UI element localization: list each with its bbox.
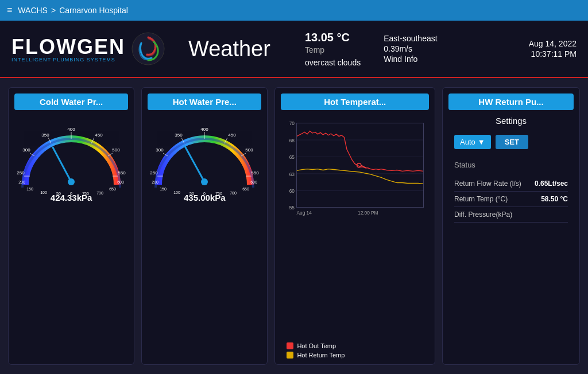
svg-text:300: 300 [156, 147, 164, 153]
svg-text:150: 150 [26, 187, 33, 191]
temp-label: Temp [305, 45, 361, 54]
legend-label-hot-return: Hot Return Temp [297, 352, 345, 359]
breadcrumb-root: WACHS [18, 6, 48, 15]
cold-water-title: Cold Water Pr... [14, 94, 128, 110]
header: FLOWGEN INTELLIGENT PLUMBING SYSTEMS Wea… [0, 21, 588, 78]
set-button[interactable]: SET [496, 135, 528, 149]
svg-text:Aug 14: Aug 14 [297, 211, 312, 216]
weather-title: Weather [165, 37, 293, 61]
hot-water-gauge: 400 350 300 250 200 150 100 50 0 450 500… [147, 122, 262, 190]
svg-text:70: 70 [289, 121, 295, 126]
legend-dot-red [287, 342, 293, 349]
svg-text:200: 200 [18, 180, 25, 184]
wind-speed: 0.39m/s [384, 44, 437, 53]
svg-text:150: 150 [160, 187, 167, 191]
status-title: Status [454, 161, 568, 169]
diff-pressure-label: Diff. Pressure(kPa) [454, 211, 512, 219]
svg-text:12:00 PM: 12:00 PM [358, 211, 378, 216]
svg-point-25 [68, 178, 75, 185]
logo-text: FLOWGEN [11, 35, 125, 59]
logo-area: FLOWGEN INTELLIGENT PLUMBING SYSTEMS [11, 32, 165, 66]
svg-text:0: 0 [70, 192, 72, 196]
diff-pressure-row: Diff. Pressure(kPa) [454, 207, 568, 223]
hot-water-panel: Hot Water Pre... [141, 87, 268, 365]
menu-icon[interactable]: ≡ [7, 5, 12, 15]
svg-text:65: 65 [289, 155, 295, 160]
legend-label-hot-out: Hot Out Temp [297, 342, 336, 349]
svg-line-49 [185, 146, 204, 182]
weather-info: 13.05 °C Temp overcast clouds [305, 31, 361, 67]
logo-icon [131, 32, 165, 66]
auto-dropdown[interactable]: Auto ▼ [454, 135, 491, 149]
breadcrumb-current: Carnarvon Hospital [59, 6, 128, 15]
svg-text:68: 68 [289, 138, 295, 143]
svg-text:400: 400 [67, 127, 75, 132]
svg-text:50: 50 [189, 192, 194, 196]
legend-hot-return: Hot Return Temp [287, 352, 345, 359]
status-section: Status Return Flow Rate (l/s) 0.65Lt/sec… [448, 161, 574, 223]
breadcrumb-separator: > [51, 6, 56, 15]
svg-text:350: 350 [41, 133, 49, 138]
legend-dot-gold [287, 352, 293, 359]
svg-text:650: 650 [109, 187, 116, 191]
top-nav-bar: ≡ WACHS > Carnarvon Hospital [0, 0, 588, 21]
return-temp-label: Return Temp (°C) [454, 195, 508, 203]
svg-text:100: 100 [40, 190, 47, 194]
svg-text:63: 63 [289, 172, 295, 177]
svg-text:350: 350 [175, 133, 183, 138]
svg-text:750: 750 [82, 192, 89, 196]
cold-water-panel: Cold Water Pr... [8, 87, 134, 365]
wind-label: Wind Info [384, 54, 437, 64]
svg-text:200: 200 [152, 180, 158, 184]
hot-water-title: Hot Water Pre... [148, 94, 261, 110]
time-value: 10:37:11 PM [529, 49, 577, 59]
svg-text:450: 450 [95, 133, 103, 138]
svg-text:250: 250 [150, 170, 158, 176]
svg-text:400: 400 [201, 127, 209, 132]
auto-label: Auto [460, 138, 475, 146]
svg-text:55: 55 [289, 205, 295, 211]
svg-text:550: 550 [252, 170, 260, 176]
main-content: Cold Water Pr... [0, 78, 588, 374]
svg-text:700: 700 [230, 191, 237, 195]
legend-hot-out: Hot Out Temp [287, 342, 345, 349]
hot-temp-chart: 70 68 65 63 60 55 Aug 14 12:00 PM [281, 116, 429, 338]
svg-text:700: 700 [96, 191, 103, 195]
hw-return-title: HW Return Pu... [448, 94, 574, 110]
svg-text:450: 450 [229, 133, 237, 138]
logo-subtext: INTELLIGENT PLUMBING SYSTEMS [11, 57, 125, 63]
auto-set-row: Auto ▼ SET [448, 135, 574, 149]
hot-temp-title: Hot Temperat... [281, 94, 429, 110]
svg-line-24 [53, 147, 71, 182]
wind-direction: East-southeast [384, 34, 437, 43]
svg-text:600: 600 [250, 180, 257, 184]
svg-text:50: 50 [56, 192, 61, 196]
svg-text:500: 500 [112, 147, 120, 153]
breadcrumb: WACHS > Carnarvon Hospital [18, 6, 128, 15]
wind-info: East-southeast 0.39m/s Wind Info [384, 34, 437, 64]
svg-point-50 [201, 178, 208, 185]
dropdown-arrow-icon: ▼ [478, 138, 485, 146]
return-temp-value: 58.50 °C [541, 195, 568, 203]
settings-label: Settings [496, 116, 527, 126]
return-temp-row: Return Temp (°C) 58.50 °C [454, 192, 568, 207]
svg-text:550: 550 [118, 170, 126, 176]
weather-condition: overcast clouds [305, 58, 361, 67]
logo-text-area: FLOWGEN INTELLIGENT PLUMBING SYSTEMS [11, 35, 125, 63]
return-flow-rate-value: 0.65Lt/sec [535, 180, 568, 188]
svg-text:500: 500 [246, 147, 254, 153]
svg-text:750: 750 [215, 192, 222, 196]
svg-text:300: 300 [22, 147, 30, 153]
return-flow-rate-row: Return Flow Rate (l/s) 0.65Lt/sec [454, 176, 568, 192]
svg-rect-51 [297, 123, 424, 208]
svg-text:60: 60 [289, 189, 295, 194]
cold-water-gauge: 400 350 300 250 200 150 100 50 0 450 500… [14, 122, 129, 190]
chart-legend: Hot Out Temp Hot Return Temp [281, 342, 345, 359]
svg-text:0: 0 [203, 192, 206, 196]
hot-temp-panel: Hot Temperat... 70 68 65 63 [274, 87, 435, 365]
return-flow-rate-label: Return Flow Rate (l/s) [454, 180, 521, 188]
hw-return-panel: HW Return Pu... Settings Auto ▼ SET Stat… [442, 87, 580, 365]
temperature-value: 13.05 °C [305, 31, 361, 44]
svg-text:600: 600 [117, 180, 124, 184]
svg-text:100: 100 [173, 190, 180, 194]
